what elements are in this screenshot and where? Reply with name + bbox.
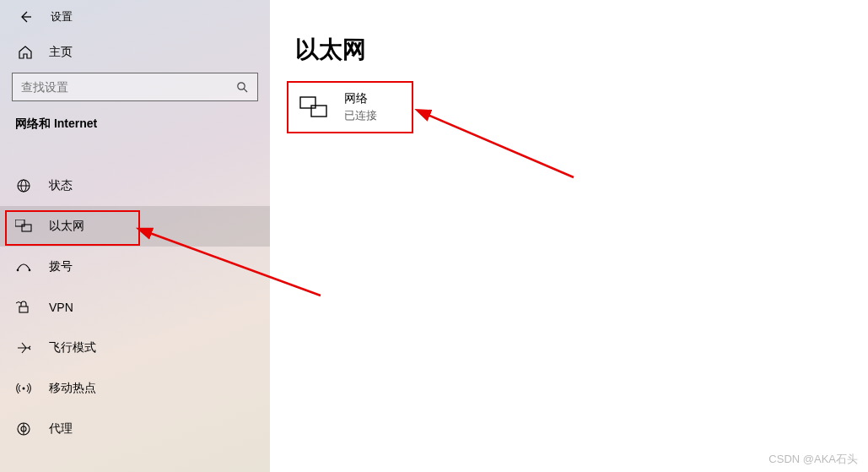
- sidebar-item-airplane[interactable]: 飞行模式: [0, 328, 270, 368]
- svg-point-10: [23, 388, 25, 390]
- page-title: 以太网: [295, 34, 843, 66]
- ethernet-large-icon: [299, 92, 329, 122]
- network-item[interactable]: 网络 已连接: [295, 84, 380, 130]
- network-text: 网络 已连接: [344, 91, 377, 123]
- sidebar-item-dialup[interactable]: 拨号: [0, 247, 270, 287]
- proxy-icon: [15, 420, 32, 437]
- sidebar-item-label: 移动热点: [49, 381, 96, 396]
- network-name: 网络: [344, 91, 377, 106]
- main-content: 以太网 网络 已连接: [270, 0, 868, 472]
- home-label: 主页: [49, 45, 73, 60]
- home-icon: [17, 44, 34, 61]
- dialup-icon: [15, 258, 32, 275]
- app-title: 设置: [51, 9, 73, 24]
- sidebar-item-label: 拨号: [49, 259, 73, 274]
- nav-list: 状态 以太网 拨号 VPN 飞行模式: [0, 142, 270, 449]
- sidebar-item-status[interactable]: 状态: [0, 165, 270, 206]
- svg-rect-15: [311, 106, 326, 117]
- sidebar-item-hotspot[interactable]: 移动热点: [0, 368, 270, 409]
- sidebar-item-proxy[interactable]: 代理: [0, 409, 270, 449]
- sidebar-header: 设置: [0, 0, 270, 35]
- watermark: CSDN @AKA石头: [768, 452, 858, 467]
- sidebar-item-label: 状态: [49, 178, 73, 193]
- ethernet-icon: [15, 218, 32, 235]
- sidebar: 设置 主页 网络和 Internet 状态 以太网: [0, 0, 270, 472]
- sidebar-item-label: VPN: [49, 301, 73, 314]
- sidebar-item-label: 以太网: [49, 219, 84, 234]
- sidebar-item-label: 代理: [49, 421, 73, 437]
- back-arrow-icon: [19, 10, 32, 24]
- svg-line-1: [244, 89, 247, 92]
- svg-rect-14: [300, 97, 315, 108]
- svg-rect-9: [19, 307, 28, 312]
- search-box[interactable]: [12, 73, 258, 101]
- back-button[interactable]: [17, 8, 34, 25]
- sidebar-item-vpn[interactable]: VPN: [0, 287, 270, 328]
- svg-point-0: [238, 83, 245, 90]
- home-link[interactable]: 主页: [0, 35, 270, 73]
- svg-point-7: [17, 269, 19, 272]
- search-icon: [235, 80, 249, 94]
- globe-icon: [15, 177, 32, 194]
- category-title: 网络和 Internet: [0, 117, 270, 142]
- hotspot-icon: [15, 380, 32, 397]
- svg-rect-5: [15, 220, 24, 226]
- svg-rect-6: [22, 225, 31, 231]
- search-input[interactable]: [21, 80, 235, 94]
- svg-point-8: [29, 269, 31, 272]
- network-status: 已连接: [344, 108, 377, 123]
- sidebar-item-label: 飞行模式: [49, 340, 96, 355]
- airplane-icon: [15, 339, 32, 356]
- vpn-icon: [15, 299, 32, 316]
- sidebar-item-ethernet[interactable]: 以太网: [0, 206, 270, 247]
